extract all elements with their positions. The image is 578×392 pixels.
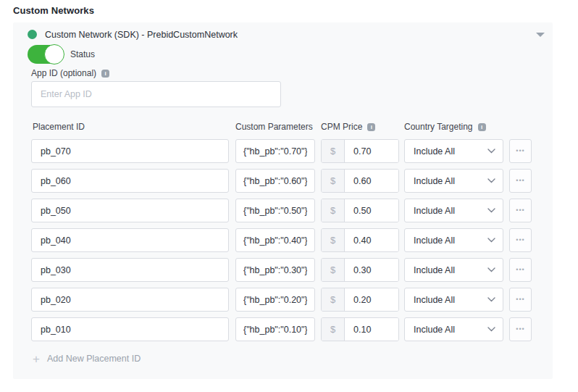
cpm-price-input[interactable]	[345, 318, 398, 341]
column-header-placement-id: Placement ID	[33, 122, 85, 132]
country-targeting-select[interactable]: Include All	[404, 169, 503, 193]
placement-id-input[interactable]	[31, 317, 229, 341]
row-actions-button[interactable]: •••	[509, 139, 532, 163]
info-icon[interactable]: i	[367, 123, 375, 131]
country-targeting-select[interactable]: Include All	[404, 139, 503, 163]
placement-id-input[interactable]	[31, 288, 229, 312]
plus-icon: +	[33, 353, 40, 365]
ellipsis-icon: •••	[516, 148, 524, 154]
cpm-price-field: $	[321, 169, 399, 193]
ellipsis-icon: •••	[516, 178, 524, 184]
add-placement-label: Add New Placement ID	[47, 354, 141, 364]
cpm-price-input[interactable]	[345, 259, 398, 281]
app-id-label: App ID (optional)	[31, 68, 96, 78]
column-header-cpm-price: CPM Price i	[321, 122, 375, 132]
collapse-button[interactable]	[532, 27, 550, 43]
currency-prefix: $	[322, 229, 345, 251]
table-row: $ Include All •••	[31, 317, 532, 341]
row-actions-button[interactable]: •••	[509, 317, 532, 341]
info-icon[interactable]: i	[101, 70, 109, 78]
ellipsis-icon: •••	[516, 326, 524, 333]
app-id-input[interactable]	[31, 81, 281, 107]
cpm-price-field: $	[321, 317, 399, 341]
country-targeting-select[interactable]: Include All	[404, 199, 503, 222]
status-dot-icon	[28, 30, 37, 39]
table-row: $ Include All •••	[31, 169, 532, 193]
country-targeting-select[interactable]: Include All	[404, 228, 503, 252]
cpm-price-field: $	[321, 139, 399, 163]
row-actions-button[interactable]: •••	[509, 169, 532, 193]
ellipsis-icon: •••	[516, 296, 524, 303]
placement-id-input[interactable]	[31, 199, 229, 222]
placement-id-input[interactable]	[31, 258, 229, 282]
custom-parameters-input[interactable]	[235, 199, 315, 222]
country-targeting-field: Include All	[404, 288, 503, 312]
cpm-price-input[interactable]	[345, 170, 398, 192]
custom-parameters-input[interactable]	[235, 317, 315, 341]
custom-parameters-input[interactable]	[235, 258, 315, 282]
cpm-price-field: $	[321, 258, 399, 282]
toggle-knob	[44, 44, 64, 64]
column-header-custom-parameters: Custom Parameters	[235, 122, 313, 132]
currency-prefix: $	[322, 140, 345, 162]
country-targeting-select[interactable]: Include All	[404, 288, 503, 312]
country-targeting-field: Include All	[404, 199, 503, 222]
custom-network-card: Custom Network (SDK) - PrebidCustomNetwo…	[13, 22, 553, 379]
cpm-price-field: $	[321, 228, 399, 252]
ellipsis-icon: •••	[516, 267, 524, 273]
table-row: $ Include All •••	[31, 258, 532, 282]
country-targeting-field: Include All	[404, 228, 503, 252]
placement-id-input[interactable]	[31, 169, 229, 193]
cpm-price-input[interactable]	[345, 140, 398, 162]
cpm-price-input[interactable]	[345, 229, 398, 251]
table-row: $ Include All •••	[31, 139, 532, 163]
country-targeting-field: Include All	[404, 169, 503, 193]
country-targeting-field: Include All	[404, 317, 503, 341]
currency-prefix: $	[322, 199, 345, 222]
placement-rows: $ Include All ••• $ Include All •••	[31, 139, 532, 347]
country-targeting-field: Include All	[404, 258, 503, 282]
chevron-down-icon	[536, 33, 545, 37]
cpm-price-field: $	[321, 288, 399, 312]
currency-prefix: $	[322, 259, 345, 281]
country-targeting-field: Include All	[404, 139, 503, 163]
table-row: $ Include All •••	[31, 288, 532, 312]
row-actions-button[interactable]: •••	[509, 228, 532, 252]
currency-prefix: $	[322, 318, 345, 341]
table-row: $ Include All •••	[31, 228, 532, 252]
placement-id-input[interactable]	[31, 228, 229, 252]
row-actions-button[interactable]: •••	[509, 288, 532, 312]
custom-networks-page: Custom Networks Custom Network (SDK) - P…	[0, 0, 578, 392]
cpm-price-field: $	[321, 199, 399, 222]
table-column-headers: Placement ID Custom Parameters CPM Price…	[31, 122, 532, 133]
app-id-label-row: App ID (optional) i	[31, 68, 109, 78]
currency-prefix: $	[322, 288, 345, 311]
country-targeting-select[interactable]: Include All	[404, 317, 503, 341]
ellipsis-icon: •••	[516, 207, 524, 214]
custom-parameters-input[interactable]	[235, 228, 315, 252]
custom-parameters-input[interactable]	[235, 139, 315, 163]
cpm-price-input[interactable]	[345, 288, 398, 311]
custom-parameters-input[interactable]	[235, 169, 315, 193]
status-toggle[interactable]	[28, 45, 64, 64]
custom-parameters-input[interactable]	[235, 288, 315, 312]
table-row: $ Include All •••	[31, 199, 532, 222]
placement-id-input[interactable]	[31, 139, 229, 163]
page-title: Custom Networks	[13, 5, 94, 16]
currency-prefix: $	[322, 170, 345, 192]
row-actions-button[interactable]: •••	[509, 258, 532, 282]
column-header-country-targeting: Country Targeting i	[404, 122, 486, 132]
row-actions-button[interactable]: •••	[509, 199, 532, 222]
network-title: Custom Network (SDK) - PrebidCustomNetwo…	[45, 30, 238, 40]
add-placement-button[interactable]: + Add New Placement ID	[31, 351, 142, 366]
country-targeting-select[interactable]: Include All	[404, 258, 503, 282]
info-icon[interactable]: i	[478, 123, 486, 131]
network-header: Custom Network (SDK) - PrebidCustomNetwo…	[13, 22, 553, 47]
ellipsis-icon: •••	[516, 237, 524, 243]
status-label: Status	[70, 49, 95, 59]
cpm-price-input[interactable]	[345, 199, 398, 222]
